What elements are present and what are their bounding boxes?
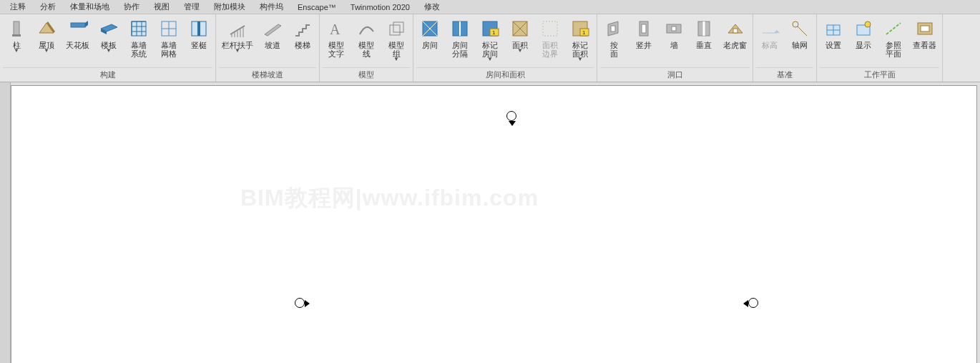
menu-item[interactable]: 协作	[117, 0, 147, 14]
model-line-button[interactable]: 模型 线	[353, 16, 380, 60]
roof-button[interactable]: 屋顶▼	[33, 16, 60, 55]
svg-rect-1	[12, 34, 21, 37]
room-button[interactable]: 房间	[416, 16, 444, 52]
svg-rect-0	[14, 21, 19, 36]
svg-text:1: 1	[492, 29, 496, 36]
dropdown-indicator: ▼	[14, 49, 19, 53]
stair-button[interactable]: 楼梯	[289, 16, 316, 52]
model-text-icon: A	[325, 18, 347, 39]
elevation-marker-left[interactable]	[295, 298, 305, 308]
railing-button[interactable]: 栏杆扶手▼	[219, 16, 256, 55]
shaft-button[interactable]: 竖井	[630, 16, 657, 52]
wall-opening-button[interactable]: 墙	[660, 16, 687, 52]
vertical-icon	[693, 18, 715, 39]
show-button[interactable]: 显示	[850, 16, 877, 52]
curtain-system-button[interactable]: 幕墙 系统	[125, 16, 152, 60]
tag-area-icon: 1	[569, 18, 591, 39]
menu-item[interactable]: 分析	[33, 0, 63, 14]
menu-item[interactable]: 构件坞	[253, 0, 290, 14]
button-label: 坡道	[265, 41, 280, 49]
menu-item[interactable]: 管理	[177, 0, 207, 14]
watermark: BIM教程网|www.ifbim.com	[240, 183, 539, 214]
viewer-button[interactable]: 查看器	[910, 16, 939, 52]
ribbon-panel: 设置显示参照 平面查看器工作平面	[817, 14, 943, 82]
menu-item[interactable]: 视图	[147, 0, 177, 14]
area-boundary-icon	[539, 18, 561, 39]
left-rail[interactable]	[0, 82, 11, 363]
roof-icon	[36, 18, 57, 39]
ribbon-panel: 标高轴网基准	[753, 14, 817, 82]
mullion-icon	[188, 18, 210, 39]
drawing-canvas[interactable]: BIM教程网|www.ifbim.com	[11, 85, 977, 363]
dropdown-indicator: ▼	[235, 49, 240, 53]
button-label: 轴网	[792, 41, 808, 49]
menu-item[interactable]: 附加模块	[207, 0, 253, 14]
viewer-icon	[914, 18, 936, 39]
set-button[interactable]: 设置	[820, 16, 847, 52]
button-label: 参照 平面	[886, 41, 901, 58]
grid-button[interactable]: 轴网	[786, 16, 813, 52]
button-label: 幕墙 网格	[161, 41, 177, 58]
elevation-marker-top[interactable]	[506, 111, 516, 121]
area-icon	[509, 18, 531, 39]
set-icon	[823, 18, 844, 39]
ribbon-panel: A模型 文字模型 线模型 组▼模型	[320, 14, 413, 82]
svg-rect-41	[543, 21, 557, 36]
curtain-grid-button[interactable]: 幕墙 网格	[155, 16, 182, 60]
button-label: 标高	[762, 41, 778, 49]
floor-icon	[98, 18, 119, 39]
panel-title: 基准	[756, 67, 813, 82]
by-face-button[interactable]: 按 面	[600, 16, 627, 60]
model-group-icon	[386, 18, 407, 39]
vertical-button[interactable]: 垂直	[690, 16, 717, 52]
tag-room-button[interactable]: 1标记 房间▼	[476, 16, 504, 64]
button-label: 楼梯	[295, 41, 310, 49]
menu-item[interactable]: Twinmotion 2020	[343, 1, 417, 13]
column-button[interactable]: 柱▼	[3, 16, 30, 55]
button-label: 面积 边界	[542, 41, 558, 58]
svg-rect-8	[132, 21, 146, 36]
area-button[interactable]: 面积▼	[506, 16, 534, 55]
model-group-button[interactable]: 模型 组▼	[383, 16, 410, 64]
elevation-marker-right[interactable]	[748, 298, 758, 308]
ribbon-panel: 栏杆扶手▼坡道楼梯楼梯坡道	[216, 14, 320, 82]
ribbon-panel: 柱▼屋顶▼天花板楼板▼幕墙 系统幕墙 网格竖梃构建	[0, 14, 216, 82]
dropdown-indicator: ▼	[577, 58, 583, 62]
menu-item[interactable]: 修改	[417, 0, 447, 14]
ribbon-panel: 按 面竖井墙垂直老虎窗洞口	[597, 14, 753, 82]
svg-rect-28	[390, 25, 400, 35]
svg-marker-56	[774, 30, 780, 33]
button-label: 按 面	[610, 41, 618, 58]
ramp-icon	[262, 18, 283, 39]
tag-area-button[interactable]: 1标记 面积▼	[567, 16, 594, 64]
panel-title: 工作平面	[820, 67, 939, 82]
ref-plane-button[interactable]: 参照 平面	[880, 16, 907, 60]
stair-icon	[292, 18, 313, 39]
svg-rect-54	[733, 29, 738, 33]
ref-plane-icon	[883, 18, 904, 39]
room-sep-button[interactable]: 房间 分隔	[446, 16, 474, 60]
model-text-button[interactable]: A模型 文字	[323, 16, 350, 60]
show-icon	[853, 18, 874, 39]
level-button: 标高	[756, 16, 783, 52]
menu-item[interactable]: 注释	[3, 0, 33, 14]
button-label: 竖梃	[191, 41, 207, 49]
svg-point-63	[865, 21, 871, 27]
mullion-button[interactable]: 竖梃	[185, 16, 212, 52]
wall-opening-icon	[663, 18, 685, 39]
dropdown-indicator: ▼	[517, 49, 523, 53]
dropdown-indicator: ▼	[393, 58, 399, 62]
button-label: 查看器	[913, 41, 936, 49]
ramp-button[interactable]: 坡道	[259, 16, 286, 52]
svg-text:A: A	[330, 21, 340, 37]
dormer-button[interactable]: 老虎窗	[720, 16, 750, 52]
floor-button[interactable]: 楼板▼	[95, 16, 122, 55]
svg-rect-19	[197, 21, 200, 36]
menu-item[interactable]: Enscape™	[290, 1, 343, 13]
button-label: 幕墙 系统	[131, 41, 147, 58]
menu-item[interactable]: 体量和场地	[63, 0, 117, 14]
panel-title: 房间和面积	[416, 67, 594, 82]
ceiling-button[interactable]: 天花板	[63, 16, 92, 52]
area-boundary-button: 面积 边界	[536, 16, 564, 60]
button-label: 模型 文字	[328, 41, 344, 58]
